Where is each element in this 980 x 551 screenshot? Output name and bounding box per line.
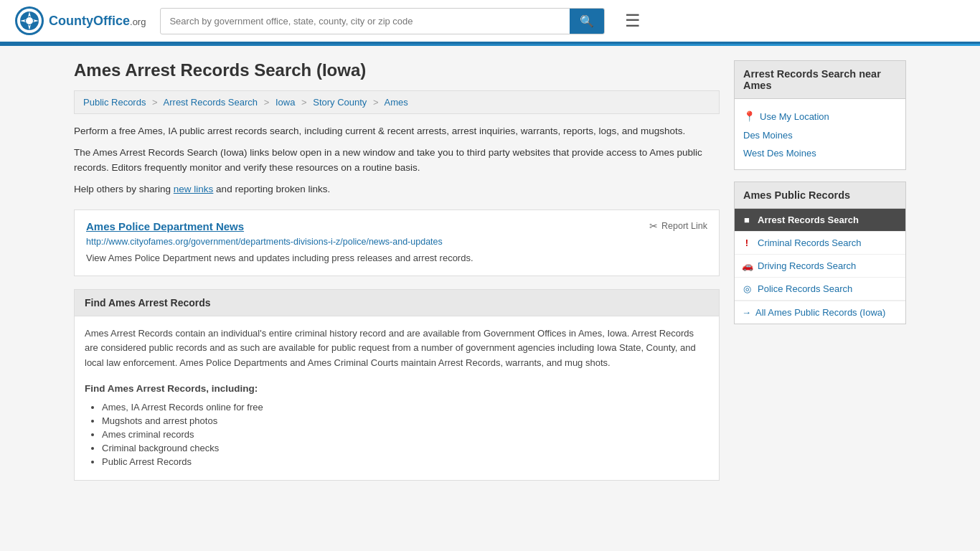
list-item: Public Arrest Records [102, 456, 709, 467]
list-item: Mugshots and arrest photos [102, 415, 709, 426]
search-input[interactable] [161, 10, 570, 32]
sidebar-public-records-title: Ames Public Records [734, 182, 906, 209]
breadcrumb-iowa[interactable]: Iowa [275, 97, 295, 108]
sidebar-nearby-title: Arrest Records Search near Ames [734, 60, 906, 99]
sidebar-public-records-list: ■ Arrest Records Search ! Criminal Recor… [734, 209, 906, 324]
criminal-records-label: Criminal Records Search [758, 237, 862, 248]
breadcrumb-sep4: > [373, 97, 379, 108]
sidebar-item-criminal-records[interactable]: ! Criminal Records Search [735, 232, 905, 255]
report-link-button[interactable]: ✂ Report Link [649, 220, 707, 232]
breadcrumb-story-county[interactable]: Story County [313, 97, 367, 108]
logo-icon [14, 6, 44, 36]
sidebar-item-arrest-records[interactable]: ■ Arrest Records Search [735, 209, 905, 232]
result-card: Ames Police Department News ✂ Report Lin… [74, 209, 720, 276]
content-area: Ames Arrest Records Search (Iowa) Public… [74, 60, 720, 481]
breadcrumb-public-records[interactable]: Public Records [83, 97, 146, 108]
result-description: View Ames Police Department news and upd… [86, 251, 707, 265]
logo-suffix: .org [130, 17, 146, 27]
sidebar: Arrest Records Search near Ames 📍 Use My… [734, 60, 906, 481]
breadcrumb-sep2: > [264, 97, 270, 108]
result-url-link[interactable]: http://www.cityofames.org/government/dep… [86, 237, 707, 247]
arrest-records-icon: ■ [742, 215, 752, 225]
hamburger-menu-button[interactable]: ☰ [625, 11, 641, 31]
list-item: Criminal background checks [102, 443, 709, 453]
west-des-moines-link[interactable]: West Des Moines [743, 144, 897, 162]
find-section-body: Ames Arrest Records contain an individua… [75, 316, 719, 481]
main-container: Ames Arrest Records Search (Iowa) Public… [60, 46, 920, 495]
logo[interactable]: CountyOffice.org [14, 6, 146, 36]
find-section-para: Ames Arrest Records contain an individua… [85, 326, 709, 371]
sidebar-nearby-section: Arrest Records Search near Ames 📍 Use My… [734, 60, 906, 170]
all-records-label: All Ames Public Records (Iowa) [755, 307, 885, 318]
description-para3: Help others by sharing new links and rep… [74, 182, 720, 197]
breadcrumb-ames[interactable]: Ames [385, 97, 408, 108]
result-title-link[interactable]: Ames Police Department News [86, 220, 244, 232]
arrest-records-label: Arrest Records Search [758, 215, 859, 225]
sidebar-public-records-section: Ames Public Records ■ Arrest Records Sea… [734, 182, 906, 324]
arrow-right-icon: → [742, 307, 751, 318]
location-pin-icon: 📍 [743, 110, 755, 122]
new-links-link[interactable]: new links [174, 184, 214, 194]
find-section-heading: Find Ames Arrest Records [75, 290, 719, 316]
report-link-label: Report Link [661, 221, 707, 231]
list-item: Ames, IA Arrest Records online for free [102, 402, 709, 413]
description-section: Perform a free Ames, IA public arrest re… [74, 124, 720, 197]
find-section: Find Ames Arrest Records Ames Arrest Rec… [74, 289, 720, 481]
breadcrumb-sep1: > [152, 97, 158, 108]
desc3-prefix: Help others by sharing [74, 184, 174, 194]
search-bar: 🔍 [160, 8, 605, 34]
list-item: Ames criminal records [102, 429, 709, 440]
use-location-label: Use My Location [760, 111, 829, 122]
desc3-suffix: and reporting broken links. [213, 184, 330, 194]
find-section-subheading: Find Ames Arrest Records, including: [85, 381, 709, 397]
use-my-location-link[interactable]: 📍 Use My Location [743, 106, 897, 126]
driving-records-label: Driving Records Search [758, 260, 856, 271]
search-button[interactable]: 🔍 [570, 9, 604, 34]
page-title: Ames Arrest Records Search (Iowa) [74, 60, 720, 80]
all-records-link[interactable]: → All Ames Public Records (Iowa) [735, 301, 905, 324]
sidebar-item-driving-records[interactable]: 🚗 Driving Records Search [735, 255, 905, 278]
result-card-header: Ames Police Department News ✂ Report Lin… [86, 220, 707, 232]
sidebar-item-police-records[interactable]: ◎ Police Records Search [735, 278, 905, 301]
breadcrumb-sep3: > [301, 97, 307, 108]
police-records-icon: ◎ [742, 283, 752, 294]
description-para1: Perform a free Ames, IA public arrest re… [74, 124, 720, 138]
breadcrumb-arrest-records[interactable]: Arrest Records Search [164, 97, 258, 108]
logo-text: CountyOffice [49, 14, 130, 28]
description-para2: The Ames Arrest Records Search (Iowa) li… [74, 146, 720, 175]
des-moines-link[interactable]: Des Moines [743, 126, 897, 144]
breadcrumb: Public Records > Arrest Records Search >… [74, 90, 720, 114]
police-records-label: Police Records Search [758, 283, 852, 294]
header: CountyOffice.org 🔍 ☰ [0, 0, 980, 44]
svg-point-3 [26, 17, 33, 24]
criminal-records-icon: ! [742, 237, 752, 248]
sidebar-nearby-body: 📍 Use My Location Des Moines West Des Mo… [734, 99, 906, 170]
driving-records-icon: 🚗 [742, 260, 752, 271]
scissors-icon: ✂ [649, 220, 658, 232]
find-section-list: Ames, IA Arrest Records online for free … [85, 402, 709, 467]
